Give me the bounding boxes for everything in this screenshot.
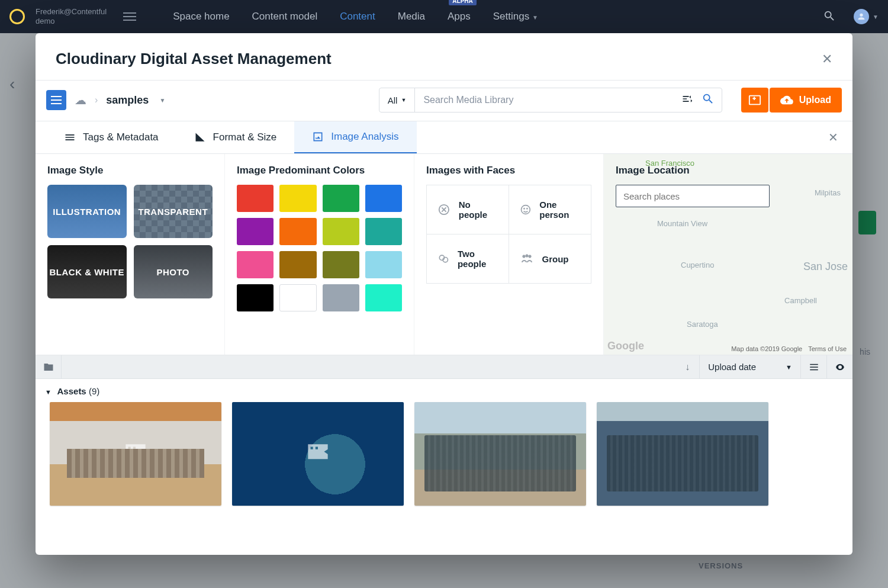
nav-media[interactable]: Media bbox=[398, 7, 425, 26]
advanced-filters-icon[interactable] bbox=[681, 93, 693, 107]
faces-one-person[interactable]: One person bbox=[509, 185, 591, 234]
avatar-icon bbox=[854, 9, 869, 24]
tab-image-analysis[interactable]: Image Analysis bbox=[294, 121, 416, 153]
hamburger-icon[interactable] bbox=[123, 12, 136, 21]
asset-thumb[interactable] bbox=[50, 402, 221, 506]
style-label: BLACK & WHITE bbox=[50, 267, 125, 277]
close-filters-icon[interactable]: ✕ bbox=[828, 130, 842, 144]
breadcrumb-folder: samples bbox=[106, 94, 149, 107]
tab-label: Tags & Metadata bbox=[83, 131, 159, 143]
style-transparent[interactable]: TRANSPARENT bbox=[134, 185, 213, 238]
cloud-icon: ☁ bbox=[75, 93, 86, 107]
color-swatch[interactable] bbox=[279, 284, 316, 311]
sort-dropdown[interactable]: Upload date ▼ bbox=[699, 355, 800, 378]
chevron-down-icon: ▼ bbox=[532, 14, 538, 21]
style-photo[interactable]: PHOTO bbox=[134, 245, 213, 298]
filter-tabs: Tags & Metadata Format & Size Image Anal… bbox=[36, 121, 852, 154]
style-black-white[interactable]: BLACK & WHITE bbox=[47, 245, 127, 298]
faces-two-people[interactable]: Two people bbox=[427, 234, 509, 283]
style-illustration[interactable]: ILLUSTRATION bbox=[47, 185, 127, 238]
color-swatch[interactable] bbox=[237, 251, 274, 278]
chevron-down-icon: ▼ bbox=[159, 97, 165, 104]
asset-thumb[interactable] bbox=[232, 402, 404, 506]
nav-content[interactable]: Content bbox=[340, 7, 375, 26]
sort-direction-icon[interactable]: ↓ bbox=[675, 362, 699, 372]
asset-thumb[interactable] bbox=[414, 402, 586, 506]
color-swatch[interactable] bbox=[279, 218, 316, 245]
color-swatch[interactable] bbox=[323, 251, 359, 278]
breadcrumb[interactable]: ☁ › samples ▼ bbox=[75, 93, 165, 107]
map-city: Mountain View bbox=[657, 219, 707, 228]
folder-icon[interactable] bbox=[36, 355, 62, 378]
browser-bar: ↓ Upload date ▼ bbox=[36, 355, 852, 379]
nav-space-home[interactable]: Space home bbox=[173, 7, 229, 26]
nav-apps-label: Apps bbox=[448, 11, 471, 22]
space-label[interactable]: Frederik@Contentful demo bbox=[36, 7, 107, 27]
nav-settings[interactable]: Settings ▼ bbox=[493, 7, 538, 26]
face-label: One person bbox=[539, 200, 580, 220]
map-city: Campbell bbox=[784, 296, 817, 305]
chevron-down-icon: ▼ bbox=[401, 97, 406, 103]
map-city: Saratoga bbox=[687, 320, 718, 329]
faces-no-people[interactable]: No people bbox=[427, 185, 509, 234]
svg-point-8 bbox=[528, 255, 530, 258]
color-swatch[interactable] bbox=[279, 251, 316, 278]
face-label: No people bbox=[459, 200, 498, 220]
search-icon[interactable] bbox=[702, 92, 715, 108]
search-icon[interactable] bbox=[823, 9, 836, 24]
close-icon[interactable]: ✕ bbox=[822, 52, 832, 67]
profile-menu[interactable]: ▼ bbox=[854, 9, 879, 24]
preview-toggle-icon[interactable] bbox=[826, 355, 852, 378]
faces-group[interactable]: Group bbox=[509, 234, 591, 283]
svg-point-2 bbox=[523, 208, 525, 209]
color-swatch[interactable] bbox=[323, 218, 359, 245]
color-swatch[interactable] bbox=[237, 284, 274, 311]
assets-grid bbox=[36, 402, 852, 520]
upload-button[interactable]: Upload bbox=[770, 88, 842, 113]
contentful-logo-icon bbox=[9, 9, 25, 24]
color-swatch[interactable] bbox=[237, 218, 274, 245]
panel-faces: Images with Faces No people One person T… bbox=[414, 154, 604, 355]
map-attribution: Map data ©2019 Google bbox=[731, 345, 802, 352]
color-swatch[interactable] bbox=[279, 185, 316, 212]
library-menu-button[interactable] bbox=[46, 90, 66, 110]
chevron-right-icon: › bbox=[95, 95, 98, 105]
analysis-panels: Image Style ILLUSTRATION TRANSPARENT BLA… bbox=[36, 154, 852, 355]
asset-thumb[interactable] bbox=[597, 402, 768, 506]
search-places-input[interactable] bbox=[616, 185, 770, 207]
style-label: ILLUSTRATION bbox=[53, 207, 121, 217]
sort-label: Upload date bbox=[708, 362, 756, 372]
search-input[interactable] bbox=[415, 88, 674, 112]
color-swatch[interactable] bbox=[237, 185, 274, 212]
color-swatch[interactable] bbox=[323, 284, 359, 311]
video-icon bbox=[50, 402, 221, 506]
search-scope-dropdown[interactable]: All ▼ bbox=[379, 88, 416, 112]
color-swatch[interactable] bbox=[365, 218, 402, 245]
map-background[interactable]: San Francisco Palo Alto Mountain View Cu… bbox=[604, 154, 852, 355]
tab-format-size[interactable]: Format & Size bbox=[176, 122, 295, 153]
nav-apps[interactable]: Apps ALPHA bbox=[448, 7, 471, 26]
svg-point-1 bbox=[521, 205, 530, 214]
map-city: Milpitas bbox=[815, 188, 841, 197]
color-swatch[interactable] bbox=[365, 284, 402, 311]
style-label: PHOTO bbox=[156, 267, 189, 277]
space-name: demo bbox=[36, 17, 107, 26]
tab-label: Format & Size bbox=[213, 131, 277, 143]
color-swatch[interactable] bbox=[365, 185, 402, 212]
map-terms-link[interactable]: Terms of Use bbox=[808, 345, 847, 352]
panel-colors: Image Predominant Colors bbox=[225, 154, 414, 355]
panel-heading: Image Location bbox=[616, 165, 852, 176]
panel-heading: Image Predominant Colors bbox=[237, 165, 402, 176]
search-scope-label: All bbox=[388, 95, 398, 105]
assets-heading[interactable]: ▼ Assets (9) bbox=[36, 379, 852, 402]
insert-assets-button[interactable] bbox=[741, 88, 768, 113]
map-city: San Jose bbox=[803, 261, 848, 273]
color-swatch[interactable] bbox=[323, 185, 359, 212]
nav-content-model[interactable]: Content model bbox=[252, 7, 318, 26]
tab-tags-metadata[interactable]: Tags & Metadata bbox=[46, 122, 176, 153]
color-swatch[interactable] bbox=[365, 251, 402, 278]
list-view-icon[interactable] bbox=[800, 355, 826, 378]
chevron-down-icon: ▼ bbox=[873, 14, 879, 20]
modal-title: Cloudinary Digital Asset Management bbox=[56, 50, 332, 68]
face-label: Two people bbox=[458, 249, 498, 269]
